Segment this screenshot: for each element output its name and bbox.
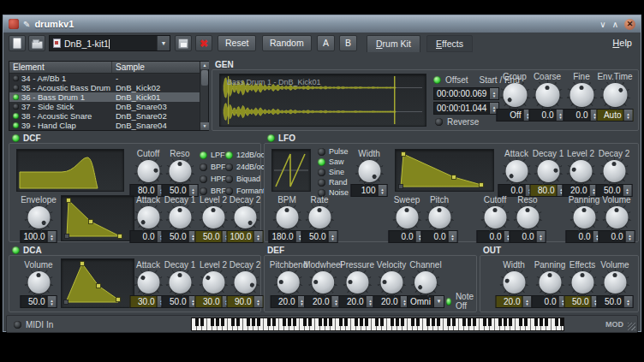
- dcf-decay2-spinbox[interactable]: 100.0: [227, 230, 264, 243]
- channel-dropdown[interactable]: Omni▼: [407, 295, 444, 308]
- env-handle[interactable]: [452, 175, 456, 180]
- radio-rand[interactable]: Rand: [318, 178, 349, 187]
- list-item[interactable]: 34 - A#/Bb 1-: [9, 74, 208, 83]
- cutoff-knob[interactable]: [137, 160, 159, 182]
- lfo-width-knob[interactable]: [358, 160, 380, 182]
- env-handle[interactable]: [97, 284, 101, 288]
- list-item[interactable]: 38 - Acoustic SnareDnB_Snare02: [9, 111, 208, 121]
- lfo-panning-spinbox[interactable]: 0.0: [566, 230, 603, 243]
- midi-in-indicator[interactable]: MIDI In: [14, 320, 53, 329]
- env-handle[interactable]: [64, 300, 69, 305]
- dcf-attack-knob[interactable]: [137, 206, 159, 228]
- save-preset-button[interactable]: [175, 35, 192, 51]
- scroll-up-icon[interactable]: ▲: [200, 62, 209, 69]
- lfo-rate-knob[interactable]: [308, 206, 331, 228]
- coarse-spinbox[interactable]: 0.0: [529, 109, 566, 122]
- dcf-envelope-spinbox[interactable]: 100.0: [21, 230, 57, 243]
- env-handle[interactable]: [116, 298, 121, 302]
- dca-attack-knob[interactable]: [137, 271, 159, 294]
- lfo-shape-display[interactable]: [271, 149, 311, 192]
- env-handle[interactable]: [480, 183, 484, 187]
- element-list-header[interactable]: Element Sample: [9, 62, 208, 74]
- out-effects-knob[interactable]: [571, 271, 593, 294]
- out-effects-spinbox[interactable]: 50.0: [564, 295, 601, 308]
- group-knob[interactable]: [503, 83, 527, 107]
- filter-response-display[interactable]: [16, 149, 124, 192]
- dcf-level2-knob[interactable]: [202, 206, 224, 228]
- env-handle[interactable]: [80, 262, 85, 266]
- lfo-rate-spinbox[interactable]: 50.0: [301, 230, 338, 243]
- lfo-width-spinbox[interactable]: 100: [351, 184, 388, 197]
- radio-pulse[interactable]: Pulse: [318, 147, 349, 156]
- list-item[interactable]: 35 - Acoustic Bass DrumDnB_Kick02: [9, 83, 208, 92]
- help-link[interactable]: Help: [612, 38, 632, 48]
- lfo-attack-knob[interactable]: [505, 160, 528, 182]
- pitchbend-knob[interactable]: [277, 271, 300, 294]
- out-volume-knob[interactable]: [604, 271, 626, 294]
- offset-start-field[interactable]: 00:00:00.069: [433, 87, 499, 100]
- dcf-envelope-display[interactable]: [61, 195, 134, 241]
- out-volume-spinbox[interactable]: 50.0: [597, 295, 634, 308]
- dca-decay2-spinbox[interactable]: 90.0: [227, 295, 264, 308]
- lfo-sweep-spinbox[interactable]: 0.0: [389, 230, 426, 243]
- spin-buttons-icon[interactable]: [522, 296, 532, 307]
- env-handle[interactable]: [65, 234, 69, 239]
- velocity-knob[interactable]: [380, 271, 402, 294]
- env-handle[interactable]: [402, 152, 406, 157]
- dca-volume-knob[interactable]: [27, 271, 50, 294]
- note-off-toggle[interactable]: Note Off: [446, 292, 476, 311]
- tab-effects[interactable]: Effects: [426, 35, 473, 52]
- dcf-decay1-spinbox[interactable]: 50.0: [162, 230, 199, 243]
- column-element[interactable]: Element: [9, 62, 112, 73]
- lfo-reso-spinbox[interactable]: 0.0: [510, 230, 546, 243]
- envtime-knob[interactable]: [603, 83, 627, 107]
- out-width-spinbox[interactable]: 20.0: [496, 295, 533, 308]
- lfo-sweep-knob[interactable]: [396, 206, 418, 228]
- offset-led[interactable]: [433, 76, 441, 84]
- radio-biquad[interactable]: Biquad: [225, 175, 267, 183]
- lfo-envelope-display[interactable]: [395, 149, 494, 192]
- dca-decay1-spinbox[interactable]: 50.0: [162, 295, 199, 308]
- env-handle[interactable]: [118, 234, 122, 239]
- bank-a-button[interactable]: A: [317, 35, 335, 51]
- lfo-bpm-spinbox[interactable]: 180.0: [269, 230, 306, 243]
- list-scrollbar[interactable]: ▲ ▼: [200, 62, 208, 130]
- reset-button[interactable]: Reset: [218, 35, 256, 51]
- coarse-knob[interactable]: [535, 83, 559, 107]
- out-panning-spinbox[interactable]: 0.0: [532, 295, 569, 308]
- fine-knob[interactable]: [569, 83, 593, 107]
- modwheel-spinbox[interactable]: 20.0: [305, 295, 342, 308]
- dca-decay2-knob[interactable]: [234, 271, 256, 294]
- radio-saw[interactable]: Saw: [318, 157, 349, 166]
- title-bar[interactable]: ✎ drumkv1 ∨ ∧ ✕: [3, 15, 641, 33]
- lfo-pitch-knob[interactable]: [428, 206, 450, 228]
- spin-buttons-icon[interactable]: [623, 110, 633, 121]
- radio-lpf[interactable]: LPF: [200, 151, 226, 159]
- spin-buttons-icon[interactable]: [253, 231, 263, 242]
- spin-buttons-icon[interactable]: [625, 231, 635, 242]
- offset-end-field[interactable]: 00:00:01.044: [433, 102, 499, 115]
- lfo-panning-knob[interactable]: [573, 206, 595, 228]
- dca-led[interactable]: [12, 246, 20, 254]
- dcf-decay1-knob[interactable]: [169, 206, 191, 228]
- dcf-led[interactable]: [12, 134, 20, 142]
- velocity-spinbox[interactable]: 20.0: [373, 295, 410, 308]
- sample-waveform-display[interactable]: Bass Drum 1 - DnB_Kick01: [219, 74, 426, 127]
- pressure-spinbox[interactable]: 20.0: [339, 295, 376, 308]
- env-handle[interactable]: [67, 199, 71, 203]
- out-width-knob[interactable]: [503, 271, 525, 294]
- env-handle[interactable]: [399, 185, 403, 189]
- list-item[interactable]: 39 - Hand ClapDnB_Snare04: [9, 121, 208, 130]
- radio-24db-oct[interactable]: 24dB/oct: [225, 163, 267, 171]
- lfo-volume-knob[interactable]: [605, 206, 628, 228]
- lfo-cutoff-spinbox[interactable]: 0.0: [477, 230, 514, 243]
- spin-buttons-icon[interactable]: [328, 231, 337, 242]
- spin-buttons-icon[interactable]: [536, 231, 546, 242]
- preset-dropdown-icon[interactable]: ▼: [157, 36, 170, 50]
- dcf-decay2-knob[interactable]: [234, 206, 256, 228]
- bank-b-button[interactable]: B: [339, 35, 357, 51]
- dca-volume-spinbox[interactable]: 50.0: [21, 295, 57, 308]
- dca-level2-knob[interactable]: [202, 271, 224, 294]
- radio-hpf[interactable]: HPF: [200, 175, 226, 183]
- list-item-selected[interactable]: 36 - Bass Drum 1DnB_Kick01: [9, 92, 208, 102]
